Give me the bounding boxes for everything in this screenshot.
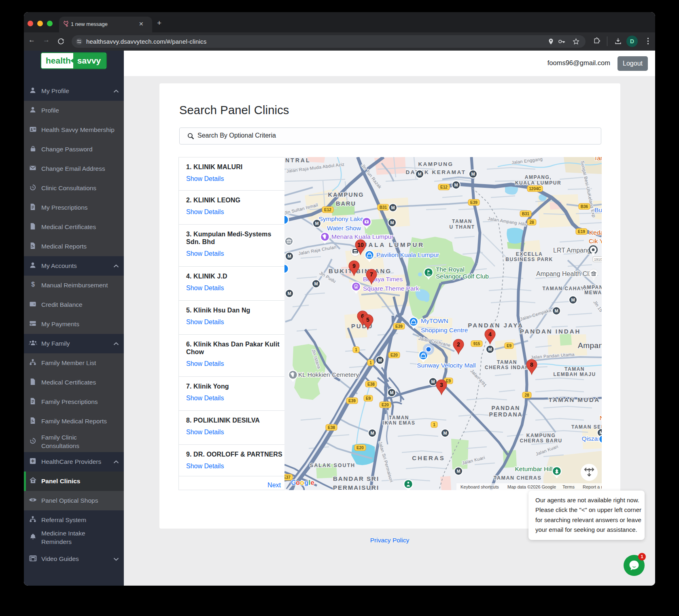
svg-text:KL Hokkien Cemetery: KL Hokkien Cemetery <box>298 371 359 378</box>
svg-text:2: 2 <box>457 341 460 348</box>
svg-text:7: 7 <box>370 271 373 278</box>
svg-text:TAMAN CHERAS: TAMAN CHERAS <box>494 475 541 481</box>
svg-text:E20: E20 <box>356 446 364 450</box>
svg-text:M: M <box>554 308 558 313</box>
svg-text:TAMAN: TAMAN <box>452 219 472 224</box>
svg-text:Pavilion Kuala Lumpur: Pavilion Kuala Lumpur <box>376 251 439 258</box>
svg-text:Bu: Bu <box>594 206 602 213</box>
svg-text:TAMAN SERA: TAMAN SERA <box>571 424 602 430</box>
svg-text:Keda: Keda <box>589 229 602 236</box>
svg-text:M: M <box>314 281 318 286</box>
svg-text:BUKIT BINTANG: BUKIT BINTANG <box>329 268 392 274</box>
svg-text:SALAK SOUTH: SALAK SOUTH <box>310 463 355 468</box>
svg-text:M: M <box>571 297 575 302</box>
svg-text:e: e <box>311 479 314 486</box>
svg-text:5: 5 <box>366 316 369 323</box>
svg-text:Sunway Velocity Mall: Sunway Velocity Mall <box>417 362 476 369</box>
svg-text:DATUK KERAMAT: DATUK KERAMAT <box>406 169 466 175</box>
svg-text:E39: E39 <box>395 324 403 329</box>
svg-text:Water Show: Water Show <box>327 225 361 232</box>
svg-text:U THANT: U THANT <box>449 224 475 230</box>
svg-text:E20: E20 <box>390 353 398 357</box>
svg-text:TAMAN: TAMAN <box>389 415 409 421</box>
svg-text:PERDANA: PERDANA <box>489 411 522 418</box>
svg-text:M: M <box>488 347 492 352</box>
svg-text:TAMAN: TAMAN <box>564 366 585 372</box>
svg-text:o: o <box>296 479 300 486</box>
svg-text:Menara Kuala Lumpur: Menara Kuala Lumpur <box>331 233 393 240</box>
svg-text:E39: E39 <box>470 200 477 205</box>
svg-text:M: M <box>287 254 291 259</box>
svg-text:G: G <box>291 479 296 486</box>
svg-text:M: M <box>315 221 318 226</box>
svg-text:CHERAS BARU: CHERAS BARU <box>520 438 562 444</box>
svg-text:1: 1 <box>433 423 435 427</box>
svg-text:CHERAS: CHERAS <box>412 455 445 461</box>
svg-text:PANDAN: PANDAN <box>492 405 520 411</box>
svg-text:M: M <box>390 220 394 225</box>
svg-text:B31: B31 <box>380 205 387 210</box>
svg-text:9: 9 <box>352 263 356 269</box>
svg-text:IKAN EMAS: IKAN EMAS <box>383 420 416 426</box>
svg-text:1204C: 1204C <box>529 187 541 191</box>
svg-text:Shopping Centre: Shopping Centre <box>421 327 468 333</box>
svg-text:M: M <box>456 469 460 474</box>
svg-text:The Royal: The Royal <box>436 266 465 273</box>
svg-text:M: M <box>599 430 602 435</box>
svg-text:Ketumbar Hill: Ketumbar Hill <box>515 465 552 472</box>
svg-text:TAMAN CAHAYA: TAMAN CAHAYA <box>543 286 588 291</box>
svg-text:1910: 1910 <box>594 257 602 261</box>
svg-text:1: 1 <box>369 361 372 365</box>
svg-text:EXCELLA: EXCELLA <box>516 251 543 257</box>
svg-text:LEMBAH MAJU: LEMBAH MAJU <box>553 372 596 377</box>
svg-text:E9: E9 <box>507 344 512 348</box>
svg-text:Report a map error: Report a map error <box>583 484 602 489</box>
svg-text:Cik Y: Cik Y <box>589 238 602 244</box>
svg-text:B31: B31 <box>522 212 530 216</box>
svg-text:E12: E12 <box>324 208 331 212</box>
svg-text:Square Theme Park: Square Theme Park <box>363 285 419 292</box>
svg-text:M: M <box>418 172 421 176</box>
svg-text:M: M <box>454 183 458 187</box>
svg-text:10: 10 <box>357 242 364 248</box>
svg-text:AMPANG: AMPANG <box>583 285 602 290</box>
svg-text:Ampan: Ampan <box>578 341 602 350</box>
svg-text:4: 4 <box>488 331 492 338</box>
svg-text:915: 915 <box>473 342 480 346</box>
svg-text:E20: E20 <box>382 403 389 407</box>
svg-text:E38: E38 <box>328 425 335 430</box>
svg-text:l: l <box>309 479 311 486</box>
svg-text:BUSINESS PARK: BUSINESS PARK <box>505 257 553 262</box>
svg-text:AMPANG,: AMPANG, <box>525 174 552 180</box>
svg-text:E39: E39 <box>348 399 356 403</box>
svg-text:Qiszar: Qiszar <box>582 435 600 442</box>
svg-text:M: M <box>471 172 475 176</box>
svg-text:N: N <box>600 414 602 421</box>
svg-text:M: M <box>431 379 435 384</box>
svg-text:LRT Ampang: LRT Ampang <box>553 247 591 254</box>
svg-text:MEWAH: MEWAH <box>584 290 602 295</box>
svg-text:o: o <box>300 479 304 486</box>
svg-text:1: 1 <box>355 348 357 352</box>
svg-text:M: M <box>443 431 447 435</box>
svg-text:Map data ©2026 Google: Map data ©2026 Google <box>507 484 556 489</box>
svg-text:Keyboard shortcuts: Keyboard shortcuts <box>460 484 499 489</box>
svg-text:$: $ <box>31 281 35 288</box>
svg-text:M: M <box>370 431 374 435</box>
svg-text:BANDAR SRI: BANDAR SRI <box>333 475 379 482</box>
svg-text:M: M <box>378 358 382 363</box>
svg-text:B36: B36 <box>581 204 588 209</box>
svg-text:KUALA LUMPUR: KUALA LUMPUR <box>356 241 424 248</box>
svg-text:PANDAN INDAH: PANDAN INDAH <box>520 328 581 335</box>
svg-text:KAMPUNG: KAMPUNG <box>526 433 556 438</box>
svg-text:CHERAS INDAH: CHERAS INDAH <box>485 365 529 370</box>
svg-text:PANDAN JAYA: PANDAN JAYA <box>468 322 523 329</box>
svg-text:TAMAN: TAMAN <box>497 359 517 365</box>
svg-text:28: 28 <box>529 220 534 225</box>
svg-text:NTRAL: NTRAL <box>285 157 310 164</box>
svg-text:TAMAN MUDA: TAMAN MUDA <box>548 396 600 403</box>
svg-text:MyTOWN: MyTOWN <box>421 317 448 324</box>
svg-text:3: 3 <box>440 382 443 388</box>
svg-text:BARU: BARU <box>336 200 356 207</box>
svg-text:E38: E38 <box>367 382 375 387</box>
